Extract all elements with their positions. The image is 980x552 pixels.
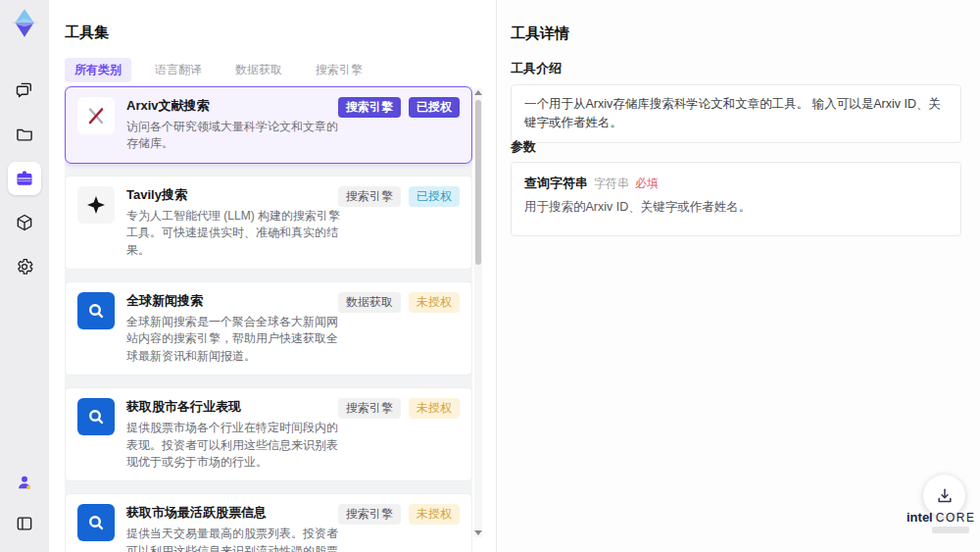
tool-detail-panel: 工具详情 工具介绍 一个用于从Arxiv存储库搜索科学论文和文章的工具。 输入可… bbox=[496, 0, 980, 552]
app-logo-icon bbox=[8, 7, 41, 40]
category-badge: 搜索引擎 bbox=[338, 186, 401, 207]
parameter-item: 查询字符串字符串必填 用于搜索的Arxiv ID、关键字或作者姓名。 bbox=[524, 174, 948, 217]
sidebar bbox=[0, 0, 49, 552]
briefcase-icon bbox=[15, 169, 34, 188]
tab-category-2[interactable]: 数据获取 bbox=[225, 58, 292, 82]
app-window: 工具集 所有类别语言翻译数据获取搜索引擎 Arxiv文献搜索 访问各个研究领域大… bbox=[0, 0, 980, 552]
tool-card[interactable]: Tavily搜索 专为人工智能代理 (LLM) 构建的搜索引擎工具。可快速提供实… bbox=[65, 176, 472, 270]
category-badge: 搜索引擎 bbox=[338, 97, 401, 118]
user-icon bbox=[15, 473, 34, 492]
sidebar-bottom bbox=[0, 466, 49, 540]
scroll-up-icon[interactable] bbox=[474, 90, 482, 95]
tool-title: 全球新闻搜索 bbox=[126, 292, 342, 310]
tool-card[interactable]: 全球新闻搜索 全球新闻搜索是一个聚合全球各大新闻网站内容的搜索引擎，帮助用户快速… bbox=[65, 281, 472, 376]
intro-box: 一个用于从Arxiv存储库搜索科学论文和文章的工具。 输入可以是Arxiv ID… bbox=[511, 84, 961, 143]
scrollbar-thumb[interactable] bbox=[475, 100, 481, 265]
tab-category-3[interactable]: 搜索引擎 bbox=[306, 58, 372, 82]
tool-list-panel: 工具集 所有类别语言翻译数据获取搜索引擎 Arxiv文献搜索 访问各个研究领域大… bbox=[49, 0, 496, 552]
panel-toggle-icon bbox=[15, 514, 34, 533]
page-title: 工具集 bbox=[65, 24, 109, 42]
tool-list: Arxiv文献搜索 访问各个研究领域大量科学论文和文章的存储库。 搜索引擎 已授… bbox=[65, 86, 472, 552]
category-badge: 搜索引擎 bbox=[338, 398, 401, 419]
sidebar-item-models[interactable] bbox=[8, 206, 41, 239]
tool-title: 获取市场最活跃股票信息 bbox=[126, 504, 342, 522]
tab-category-1[interactable]: 语言翻译 bbox=[145, 58, 212, 82]
params-heading: 参数 bbox=[511, 138, 536, 156]
download-icon bbox=[935, 486, 955, 506]
folder-icon bbox=[15, 125, 34, 144]
juhe-search-icon bbox=[84, 405, 108, 428]
sidebar-item-collapse[interactable] bbox=[8, 507, 41, 540]
core-wordmark: CORE bbox=[936, 511, 976, 525]
arxiv-icon bbox=[84, 104, 108, 127]
sidebar-item-account[interactable] bbox=[8, 466, 41, 499]
category-badge: 数据获取 bbox=[338, 292, 401, 313]
auth-status-badge: 未授权 bbox=[409, 292, 460, 313]
category-badge: 搜索引擎 bbox=[338, 504, 401, 525]
tool-description: 提供股票市场各个行业在特定时间段内的表现。投资者可以利用这些信息来识别表现优于或… bbox=[126, 420, 342, 471]
sidebar-item-chat[interactable] bbox=[8, 74, 41, 107]
list-scrollbar[interactable] bbox=[474, 88, 482, 537]
params-box: 查询字符串字符串必填 用于搜索的Arxiv ID、关键字或作者姓名。 bbox=[511, 162, 961, 236]
tavily-star-icon bbox=[84, 193, 108, 217]
scroll-down-icon[interactable] bbox=[474, 530, 482, 535]
tool-card[interactable]: 获取股市各行业表现 提供股票市场各个行业在特定时间段内的表现。投资者可以利用这些… bbox=[65, 387, 472, 481]
chat-icon bbox=[15, 80, 34, 100]
tool-card[interactable]: 获取市场最活跃股票信息 提供当天交易量最高的股票列表。投资者可以利用这些信息来识… bbox=[65, 493, 472, 552]
tool-description: 全球新闻搜索是一个聚合全球各大新闻网站内容的搜索引擎，帮助用户快速获取全球最新资… bbox=[126, 314, 342, 365]
tool-description: 提供当天交易量最高的股票列表。投资者可以利用这些信息来识别流动性强的股票和潜在的… bbox=[126, 526, 342, 552]
auth-status-badge: 未授权 bbox=[409, 398, 460, 419]
tool-title: Tavily搜索 bbox=[126, 186, 342, 204]
tool-card[interactable]: Arxiv文献搜索 访问各个研究领域大量科学论文和文章的存储库。 搜索引擎 已授… bbox=[65, 86, 472, 164]
juhe-search-icon bbox=[84, 299, 108, 323]
sidebar-item-files[interactable] bbox=[8, 118, 41, 151]
parameter-required-flag: 必填 bbox=[635, 176, 659, 190]
tool-description: 访问各个研究领域大量科学论文和文章的存储库。 bbox=[126, 119, 342, 153]
category-tabs: 所有类别语言翻译数据获取搜索引擎 bbox=[65, 58, 372, 82]
intel-wordmark: intel bbox=[906, 510, 933, 525]
gear-icon bbox=[15, 257, 34, 276]
tab-all-categories[interactable]: 所有类别 bbox=[65, 58, 131, 82]
sidebar-item-settings[interactable] bbox=[8, 250, 41, 283]
parameter-type: 字符串 bbox=[594, 176, 629, 190]
detail-title: 工具详情 bbox=[511, 25, 569, 43]
sidebar-nav bbox=[8, 74, 41, 283]
parameter-name: 查询字符串 bbox=[524, 176, 588, 190]
sidebar-item-toolbox[interactable] bbox=[8, 162, 41, 195]
juhe-search-icon bbox=[84, 511, 108, 534]
tool-description: 专为人工智能代理 (LLM) 构建的搜索引擎工具。可快速提供实时、准确和真实的结… bbox=[126, 208, 342, 259]
tool-title: Arxiv文献搜索 bbox=[126, 97, 342, 115]
intro-heading: 工具介绍 bbox=[511, 60, 562, 77]
intel-sub-badge bbox=[932, 527, 969, 533]
auth-status-badge: 已授权 bbox=[409, 97, 460, 118]
auth-status-badge: 未授权 bbox=[409, 504, 460, 525]
cube-icon bbox=[15, 213, 34, 232]
parameter-description: 用于搜索的Arxiv ID、关键字或作者姓名。 bbox=[524, 199, 948, 217]
tool-title: 获取股市各行业表现 bbox=[126, 398, 342, 416]
intel-core-logo: intelCORE bbox=[906, 511, 971, 533]
auth-status-badge: 已授权 bbox=[409, 186, 460, 207]
